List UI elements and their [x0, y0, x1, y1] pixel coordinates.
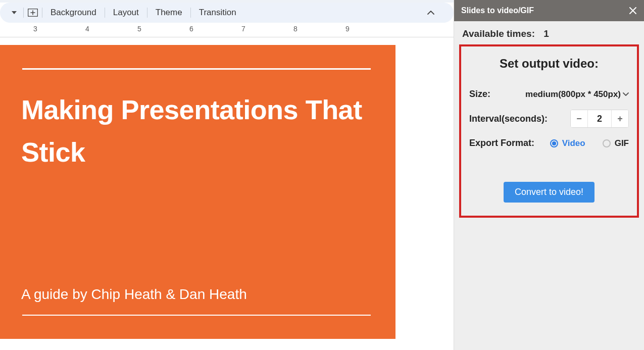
format-gif-radio[interactable]: GIF — [603, 138, 629, 148]
toolbar-divider — [190, 8, 191, 18]
horizontal-ruler: 3 4 5 6 7 8 9 — [0, 25, 454, 39]
slide-canvas[interactable]: Making Presentations That Stick A guide … — [0, 39, 454, 350]
main-area: Background Layout Theme Transition 3 4 5… — [0, 0, 454, 350]
toolbar-divider — [23, 8, 24, 18]
interval-value[interactable]: 2 — [588, 114, 611, 124]
size-label: Size: — [469, 89, 490, 99]
background-button[interactable]: Background — [43, 5, 104, 21]
toolbar: Background Layout Theme Transition — [0, 3, 454, 23]
format-video-radio[interactable]: Video — [550, 138, 585, 148]
ruler-tick: 9 — [345, 25, 350, 33]
slide[interactable]: Making Presentations That Stick A guide … — [0, 45, 395, 339]
interval-row: Interval(seconds): − 2 + — [466, 105, 632, 133]
slide-bottom-rule — [22, 315, 371, 316]
interval-increment[interactable]: + — [611, 110, 628, 127]
ruler-tick: 5 — [137, 25, 141, 33]
export-sidepanel: Slides to video/GIF Available times: 1 S… — [454, 0, 644, 350]
new-slide-icon[interactable] — [25, 6, 41, 20]
ruler-tick: 6 — [189, 25, 193, 33]
toolbar-dropdown-icon[interactable] — [6, 6, 22, 20]
sidepanel-title: Slides to video/GIF — [461, 6, 534, 15]
radio-icon — [603, 139, 611, 147]
collapse-toolbar-icon[interactable] — [427, 11, 448, 15]
available-times-value: 1 — [543, 28, 549, 39]
ruler-tick: 7 — [241, 25, 245, 33]
interval-decrement[interactable]: − — [571, 110, 588, 127]
slide-title[interactable]: Making Presentations That Stick — [21, 89, 374, 173]
chevron-down-icon — [623, 92, 629, 96]
format-row: Export Format: Video GIF — [466, 133, 632, 154]
format-video-label: Video — [562, 138, 585, 148]
size-value: medium(800px * 450px) — [525, 89, 621, 99]
available-times-label: Available times: — [462, 28, 535, 39]
slide-subtitle[interactable]: A guide by Chip Heath & Dan Heath — [21, 286, 247, 303]
theme-button[interactable]: Theme — [148, 5, 189, 21]
ruler-tick: 3 — [33, 25, 37, 33]
ruler-tick: 4 — [85, 25, 89, 33]
transition-button[interactable]: Transition — [192, 5, 243, 21]
format-label: Export Format: — [469, 138, 534, 148]
toolbar-divider — [42, 8, 42, 18]
available-times: Available times: 1 — [454, 21, 644, 44]
toolbar-divider — [147, 8, 147, 18]
close-icon[interactable] — [629, 7, 637, 15]
convert-button[interactable]: Convert to video! — [504, 182, 595, 203]
output-heading: Set output video: — [466, 57, 632, 71]
size-row: Size: medium(800px * 450px) — [466, 84, 632, 105]
slide-top-rule — [22, 68, 371, 70]
sidepanel-header: Slides to video/GIF — [454, 0, 644, 21]
format-gif-label: GIF — [615, 138, 629, 148]
toolbar-divider — [105, 8, 105, 18]
ruler-tick: 8 — [293, 25, 298, 33]
radio-icon — [550, 139, 558, 147]
interval-label: Interval(seconds): — [469, 114, 548, 124]
size-select[interactable]: medium(800px * 450px) — [525, 89, 629, 99]
layout-button[interactable]: Layout — [106, 5, 146, 21]
interval-stepper: − 2 + — [570, 110, 629, 128]
output-settings-box: Set output video: Size: medium(800px * 4… — [459, 44, 639, 218]
